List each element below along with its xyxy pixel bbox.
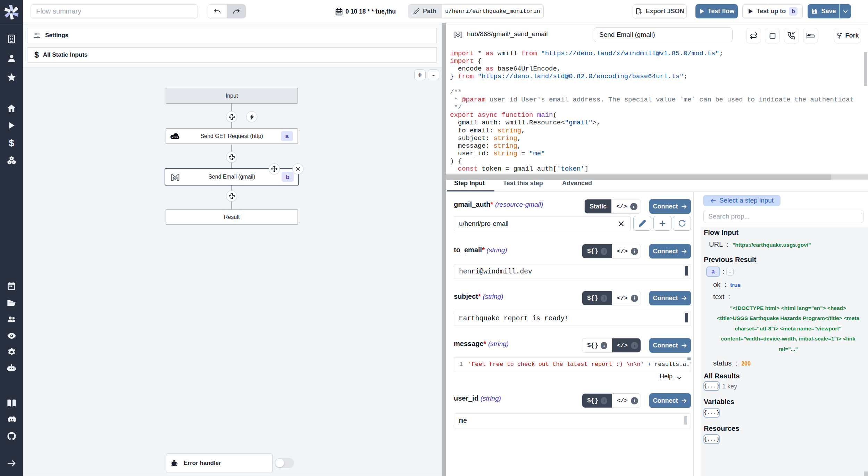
svg-text:HTTP: HTTP bbox=[172, 136, 178, 138]
